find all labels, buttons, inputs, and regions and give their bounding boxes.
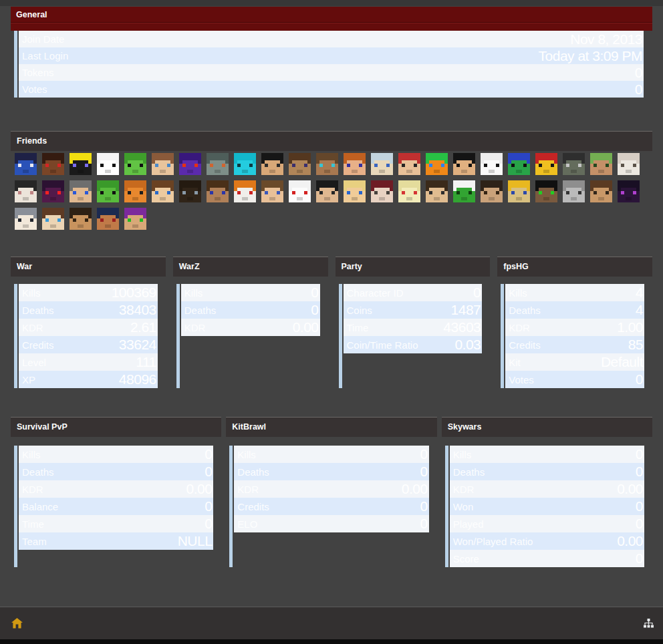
avatar-pixel-art (70, 153, 92, 160)
stat-row: Balance0 (19, 498, 213, 515)
friend-avatar[interactable] (535, 180, 557, 202)
home-icon[interactable] (11, 617, 23, 629)
stat-row: KDR0.00 (181, 319, 320, 336)
friend-avatar[interactable] (563, 180, 585, 202)
friend-avatar[interactable] (179, 180, 201, 202)
friend-avatar[interactable] (563, 153, 585, 175)
friend-avatar[interactable] (15, 180, 37, 202)
friend-avatar[interactable] (371, 180, 393, 202)
stat-value: Default (601, 354, 644, 370)
stat-row: KDR0.00 (450, 480, 644, 498)
friend-avatar[interactable] (426, 180, 448, 202)
stat-label: Kills (19, 449, 205, 460)
friend-avatar[interactable] (15, 153, 37, 175)
friend-avatar[interactable] (97, 153, 119, 175)
friend-avatar[interactable] (261, 153, 283, 175)
stat-row: Tokens0 (19, 64, 644, 81)
friend-avatar[interactable] (234, 180, 256, 202)
panel-header: Skywars (442, 417, 652, 437)
friend-avatar[interactable] (261, 180, 283, 202)
friend-avatar[interactable] (152, 153, 174, 175)
friend-avatar[interactable] (426, 153, 448, 175)
friend-avatar[interactable] (618, 180, 640, 202)
avatar-pixel-art (527, 188, 530, 191)
avatar-pixel-art (362, 160, 366, 164)
stat-label: Deaths (19, 305, 119, 316)
avatar-pixel-art (280, 160, 283, 164)
friend-avatar[interactable] (344, 180, 366, 202)
panel-header: War (11, 257, 166, 277)
friend-avatar[interactable] (124, 153, 146, 175)
stat-row: Votes0 (19, 81, 644, 98)
friend-avatar[interactable] (289, 153, 311, 175)
friend-avatar[interactable] (207, 153, 229, 175)
avatar-pixel-art (402, 164, 405, 167)
avatar-pixel-art (571, 170, 577, 173)
friend-avatar[interactable] (590, 180, 612, 202)
friend-avatar[interactable] (42, 153, 64, 175)
avatar-pixel-art (23, 224, 29, 228)
friend-avatar[interactable] (618, 153, 640, 175)
stat-value: 0 (420, 464, 428, 480)
avatar-pixel-art (33, 215, 37, 218)
friend-avatar[interactable] (535, 153, 557, 175)
friend-avatar[interactable] (124, 208, 146, 230)
friend-avatar[interactable] (97, 180, 119, 202)
friend-avatar[interactable] (371, 153, 393, 175)
stat-label: Deaths (234, 466, 420, 478)
friend-avatar[interactable] (124, 180, 146, 202)
avatar-pixel-art (499, 188, 503, 191)
avatar-pixel-art (417, 188, 420, 191)
stat-row: Kills0 (450, 446, 644, 463)
friend-avatar[interactable] (179, 153, 201, 175)
friend-avatar[interactable] (207, 180, 229, 202)
friend-avatar[interactable] (15, 208, 37, 230)
stat-row: Time43603 (344, 319, 483, 336)
stat-value: 0.03 (454, 337, 482, 353)
avatar-pixel-art (70, 180, 92, 188)
friend-avatar[interactable] (481, 153, 503, 175)
friend-avatar[interactable] (42, 208, 64, 230)
friend-avatar[interactable] (316, 180, 338, 202)
avatar-pixel-art (535, 180, 557, 188)
friend-avatar[interactable] (70, 153, 92, 175)
avatar-pixel-art (265, 164, 268, 167)
stat-label: Credits (19, 339, 119, 351)
friend-avatar[interactable] (316, 153, 338, 175)
game-panel-fpshg: fpsHGKills4Deaths4KDR1.00Credits85KitDef… (497, 257, 652, 388)
friend-avatar[interactable] (42, 180, 64, 202)
panel-title: KitBrawl (226, 418, 436, 432)
sitemap-icon[interactable] (642, 617, 654, 629)
stat-label: XP (19, 374, 119, 385)
friend-avatar[interactable] (481, 180, 503, 202)
avatar-pixel-art (128, 218, 131, 222)
game-panel-survival-pvp: Survival PvPKills0Deaths0KDR0.00Balance0… (11, 417, 221, 567)
friend-avatar[interactable] (70, 180, 92, 202)
friend-avatar[interactable] (453, 153, 475, 175)
avatar-pixel-art (15, 153, 37, 160)
friend-avatar[interactable] (97, 208, 119, 230)
stat-value: 0 (420, 516, 428, 532)
avatar-pixel-art (73, 218, 76, 222)
table-accent-bar (14, 446, 17, 567)
friend-avatar[interactable] (398, 180, 420, 202)
stat-row: Credits33624 (19, 336, 158, 353)
friend-avatar[interactable] (344, 153, 366, 175)
friend-avatar[interactable] (289, 180, 311, 202)
friend-avatar[interactable] (508, 153, 530, 175)
window-bottom-edge (0, 639, 663, 644)
friend-avatar[interactable] (70, 208, 92, 230)
friend-avatar[interactable] (508, 180, 530, 202)
stat-row: Kills0 (19, 446, 213, 463)
friend-avatar[interactable] (590, 153, 612, 175)
friend-avatar[interactable] (234, 153, 256, 175)
table-accent-bar (14, 31, 17, 98)
friend-avatar[interactable] (152, 180, 174, 202)
panel-header: KitBrawl (226, 417, 436, 437)
avatar-pixel-art (362, 188, 366, 191)
avatar-pixel-art (332, 191, 335, 194)
friend-avatar[interactable] (453, 180, 475, 202)
friend-avatar[interactable] (398, 153, 420, 175)
friends-section: Friends (11, 131, 652, 230)
stats-table: Kills4Deaths4KDR1.00Credits85KitDefaultV… (501, 284, 644, 388)
